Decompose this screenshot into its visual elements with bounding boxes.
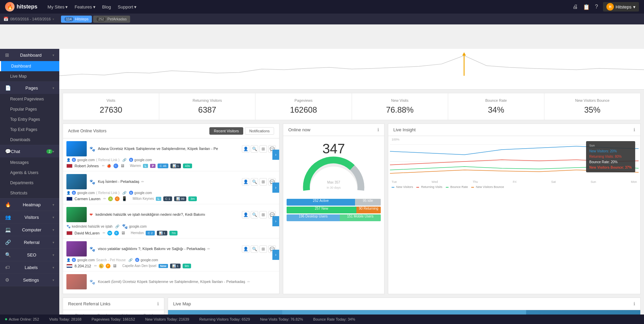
page-edit-icon[interactable]: ✏ [141,180,144,184]
stat-returning-visitors: Returning Visitors 6387 [159,93,255,120]
google-icon-v4: G [72,258,76,262]
visits-v3: 📊 1 [157,231,167,235]
bookmark-icon[interactable]: 📋 [583,4,590,10]
sidebar-header-settings[interactable]: ⚙ Settings ▾ [0,274,59,286]
page-edit-icon-v5[interactable]: ✏ [247,280,250,284]
chrome-icon: C [113,164,118,168]
visitor-user-icon-v3[interactable]: 👤 [242,211,249,218]
edit-icon-v2[interactable]: ✏ [103,197,106,201]
print-icon[interactable]: 🖨 [573,4,578,10]
sidebar-section-pages: 📄 Pages ▾ Recent Pageviews Popular Pages… [0,82,59,145]
visitor-page-title-v4[interactable]: visco yataklar sağlıklımı ?, Köpek Bakım… [98,246,239,251]
user-menu[interactable]: H Hitsteps ▾ [603,2,639,12]
sidebar-header-computer[interactable]: 💻 Computer ▾ [0,224,59,236]
tab-hitsteps[interactable]: 114 Hitsteps [61,16,92,23]
visitor-expand-arrow[interactable]: › [272,150,279,160]
visitor-page-title-v5[interactable]: Kocaeli (İzmit) Ücretsiz Köpek Sahiplenm… [98,279,276,284]
date-range[interactable]: 08/03/2016 - 14/03/2016 [10,17,51,21]
main-layout: ⊞ Dashboard ▾ Dashboard Live Map 📄 Pages… [0,49,644,324]
labels-icon: 🏷 [5,265,10,270]
visitor-expand-arrow-v2[interactable]: › [272,183,279,193]
sidebar-item-recent-pageviews[interactable]: Recent Pageviews [0,94,59,104]
sidebar-header-dashboard[interactable]: ⊞ Dashboard ▾ [0,49,59,61]
tab-recent-visitors[interactable]: Recent Visitors [209,127,243,135]
tab-notifications[interactable]: Notifications [245,127,274,135]
sidebar-header-seo[interactable]: 🔍 SEO ▾ [0,249,59,261]
sidebar-item-top-exit[interactable]: Top Exit Pages [0,125,59,135]
sidebar-header-referral[interactable]: 🔗 Referral ▾ [0,236,59,248]
chevron-referral-icon: ▾ [53,241,54,244]
sidebar-item-messages[interactable]: Messages [0,157,59,168]
visitor-source-v3: 🐾 kedimdeki halsizlik ve iştah 🔗 🐾 googl… [66,224,276,229]
visitor-search-icon-v4[interactable]: 🔍 [251,245,258,253]
info-icon-referral[interactable]: ℹ [157,301,159,306]
visitor-grid-icon[interactable]: ⊞ [259,145,267,153]
chevron-chat-icon: ▾ [53,150,54,153]
nav-features[interactable]: Features ▾ [75,4,95,9]
visitor-row: ❤ kedimdeki halsizlik ve iştah kesikliği… [63,204,279,239]
top-navigation: 🔥 hitsteps My Sites ▾ Features ▾ Blog Su… [0,0,644,14]
visitor-thumbnail-v5 [66,274,87,289]
sidebar-header-visitors[interactable]: 👥 Visitors ▾ [0,211,59,223]
chevron-date: ▾ [53,17,54,21]
sidebar-item-agents-users[interactable]: Agents & Users [0,168,59,178]
sidebar-header-pages[interactable]: 📄 Pages ▾ [0,82,59,94]
sidebar-header-heatmap[interactable]: 🔥 Heatmap ▾ [0,198,59,211]
mobile-label: 151 Mobile Users [340,214,381,218]
sidebar-item-livemap[interactable]: Live Map [0,71,59,81]
dashboard-icon: ⊞ [5,52,9,58]
logo[interactable]: 🔥 hitsteps [5,2,37,12]
pagecount-v3: C 2 [146,231,155,235]
sidebar-item-shortcuts[interactable]: Shortcuts [0,188,59,198]
flag-gb-icon [66,197,72,201]
visitor-page-title-v3[interactable]: kedimdeki halsizlik ve iştah kesikliğini… [96,212,239,217]
help-icon[interactable]: ? [595,4,598,10]
sidebar-item-dashboard[interactable]: Dashboard [0,61,59,71]
info-icon-insight[interactable]: ℹ [633,127,635,132]
time-v1: 43s [183,164,192,168]
nav-my-sites[interactable]: My Sites ▾ [47,4,68,9]
edit-icon-v4[interactable]: ✏ [94,264,97,268]
visitor-expand-arrow-v3[interactable]: › [272,216,279,226]
info-icon-online[interactable]: ℹ [377,127,379,132]
edit-icon-v3[interactable]: ✏ [103,231,105,235]
sidebar-item-popular-pages[interactable]: Popular Pages [0,104,59,114]
google-dest-icon-v4: G [135,258,139,262]
sidebar-item-departments[interactable]: Departments [0,178,59,188]
nav-blog[interactable]: Blog [102,4,111,9]
sidebar-item-top-entry[interactable]: Top Entry Pages [0,114,59,125]
page-edit-icon-v4[interactable]: ✏ [207,247,210,251]
visitor-user-icon-v4[interactable]: 👤 [242,245,249,253]
visitor-actions-v4: 👤 🔍 ⊞ 💬 [242,245,276,253]
status-new-visits-pct: New Visits Today: 76.82% [260,317,303,321]
visitor-expand-arrow-v4[interactable]: › [272,250,279,260]
visitor-user-icon-v2[interactable]: 👤 [242,178,249,186]
chevron-visitors-icon: ▾ [53,215,54,219]
sidebar-header-labels[interactable]: 🏷 Labels ▾ [0,261,59,273]
visitor-grid-icon-v4[interactable]: ⊞ [259,245,267,253]
online-now-header: Online now ℹ [283,124,384,136]
active-label: 252 Active [287,199,355,203]
time-v2: 3m [188,196,197,201]
nav-support[interactable]: Support ▾ [118,4,137,9]
sidebar-item-downloads[interactable]: Downloads [0,135,59,145]
visitor-search-icon-v3[interactable]: 🔍 [251,211,258,218]
visitor-page-title[interactable]: Adana Ücretsiz Köpek Sahiplenme ve Sahip… [98,146,239,151]
tab-petarkadas[interactable]: 252 PetArkadas [93,16,130,23]
visitor-user-icon[interactable]: 👤 [242,145,249,153]
active-visitors-panel: Active Online Visitors Recent Visitors N… [63,123,279,294]
sidebar-header-chat[interactable]: 💬 Chat 2 ▾ [0,145,59,157]
visitor-search-icon-v2[interactable]: 🔍 [251,178,258,186]
info-icon-map[interactable]: ℹ [633,301,635,306]
chevron-computer-icon: ▾ [53,228,54,232]
status-visits-today: Visits Today: 28168 [49,317,81,321]
visitor-search-icon[interactable]: 🔍 [251,145,258,153]
visitor-page-title-v2[interactable]: Kuş İsimleri - Petarkadaş ✏ [98,179,239,184]
dest-paw-icon: 🐾 [122,224,128,229]
live-map-header: Live Map ℹ [168,298,640,310]
chevron-labels-icon: ▾ [53,266,54,269]
visitor-grid-icon-v3[interactable]: ⊞ [259,211,267,218]
visitor-grid-icon-v2[interactable]: ⊞ [259,178,267,186]
edit-icon[interactable]: ✏ [102,164,105,168]
heatmap-icon: 🔥 [5,202,11,207]
